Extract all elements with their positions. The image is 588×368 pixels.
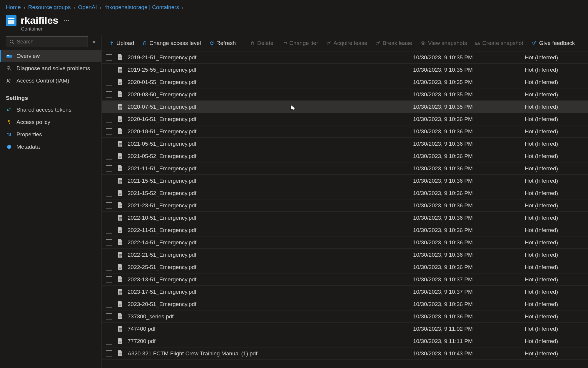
- row-checkbox[interactable]: [106, 165, 112, 172]
- refresh-button[interactable]: Refresh: [206, 38, 240, 48]
- row-checkbox[interactable]: [106, 202, 112, 209]
- file-name[interactable]: 2020-16-51_Emergency.pdf: [128, 116, 413, 122]
- file-icon: [118, 239, 123, 246]
- row-checkbox[interactable]: [106, 326, 112, 332]
- file-name[interactable]: 2021-15-51_Emergency.pdf: [128, 178, 413, 184]
- table-row[interactable]: 2022-25-51_Emergency.pdf10/30/2023, 9:10…: [102, 261, 588, 273]
- table-row[interactable]: 2019-21-51_Emergency.pdf10/30/2023, 9:10…: [102, 51, 588, 64]
- table-row[interactable]: A320 321 FCTM Flight Crew Training Manua…: [102, 347, 588, 360]
- svg-rect-102: [119, 330, 121, 331]
- file-tier: Hot (Inferred): [525, 239, 588, 246]
- table-row[interactable]: 2022-10-51_Emergency.pdf10/30/2023, 9:10…: [102, 212, 588, 224]
- file-name[interactable]: 747400.pdf: [128, 326, 413, 332]
- row-checkbox[interactable]: [106, 190, 112, 196]
- table-row[interactable]: 737300_series.pdf10/30/2023, 9:10:36 PMH…: [102, 310, 588, 323]
- table-row[interactable]: 2023-17-51_Emergency.pdf10/30/2023, 9:10…: [102, 286, 588, 298]
- table-row[interactable]: 2023-20-51_Emergency.pdf10/30/2023, 9:10…: [102, 298, 588, 310]
- row-checkbox[interactable]: [106, 116, 112, 122]
- row-checkbox[interactable]: [106, 67, 112, 73]
- sidebar-item-iam[interactable]: Access Control (IAM): [0, 75, 101, 87]
- give-feedback-button[interactable]: Give feedback: [528, 38, 578, 48]
- table-row[interactable]: 2021-11-51_Emergency.pdf10/30/2023, 9:10…: [102, 162, 588, 175]
- breadcrumb-item[interactable]: Resource groups: [28, 4, 71, 11]
- file-name[interactable]: 737300_series.pdf: [128, 313, 413, 320]
- row-checkbox[interactable]: [106, 141, 112, 147]
- sidebar-item-meta[interactable]: iMetadata: [0, 141, 101, 153]
- collapse-sidebar-button[interactable]: «: [93, 39, 96, 45]
- table-row[interactable]: 2022-14-51_Emergency.pdf10/30/2023, 9:10…: [102, 236, 588, 249]
- search-input-wrap[interactable]: [6, 36, 88, 47]
- file-name[interactable]: 2021-05-52_Emergency.pdf: [128, 153, 413, 159]
- sidebar-item-diagnose[interactable]: Diagnose and solve problems: [0, 62, 101, 75]
- row-checkbox[interactable]: [106, 153, 112, 159]
- change-access-button[interactable]: Change access level: [139, 38, 204, 48]
- file-name[interactable]: 2022-10-51_Emergency.pdf: [128, 215, 413, 221]
- file-name[interactable]: 2023-20-51_Emergency.pdf: [128, 301, 413, 307]
- table-row[interactable]: 2020-16-51_Emergency.pdf10/30/2023, 9:10…: [102, 113, 588, 125]
- row-checkbox[interactable]: [106, 227, 112, 233]
- row-checkbox[interactable]: [106, 301, 112, 307]
- file-name[interactable]: 2020-03-50_Emergency.pdf: [128, 91, 413, 98]
- table-row[interactable]: 2023-13-51_Emergency.pdf10/30/2023, 9:10…: [102, 273, 588, 286]
- row-checkbox[interactable]: [106, 128, 112, 135]
- breadcrumb-item[interactable]: rhkopenaistorage | Containers: [104, 4, 179, 11]
- upload-button[interactable]: Upload: [106, 38, 138, 48]
- file-name[interactable]: 2021-23-51_Emergency.pdf: [128, 202, 413, 209]
- file-tier: Hot (Inferred): [525, 141, 588, 147]
- file-name[interactable]: 2020-07-51_Emergency.pdf: [128, 104, 413, 110]
- file-name[interactable]: 2023-17-51_Emergency.pdf: [128, 289, 413, 295]
- file-name[interactable]: 2019-21-51_Emergency.pdf: [128, 54, 413, 61]
- file-name[interactable]: 2023-13-51_Emergency.pdf: [128, 276, 413, 283]
- table-row[interactable]: 2021-05-52_Emergency.pdf10/30/2023, 9:10…: [102, 150, 588, 162]
- table-row[interactable]: 2021-23-51_Emergency.pdf10/30/2023, 9:10…: [102, 199, 588, 212]
- sidebar-item-props[interactable]: Properties: [0, 128, 101, 141]
- table-row[interactable]: 747400.pdf10/30/2023, 9:11:02 PMHot (Inf…: [102, 323, 588, 335]
- table-row[interactable]: 2021-15-52_Emergency.pdf10/30/2023, 9:10…: [102, 187, 588, 199]
- breadcrumb-item[interactable]: OpenAI: [78, 4, 97, 11]
- file-name[interactable]: 2021-15-52_Emergency.pdf: [128, 190, 413, 196]
- file-name[interactable]: 2020-18-51_Emergency.pdf: [128, 128, 413, 135]
- row-checkbox[interactable]: [106, 264, 112, 270]
- table-row[interactable]: 2019-25-55_Emergency.pdf10/30/2023, 9:10…: [102, 64, 588, 76]
- file-name[interactable]: A320 321 FCTM Flight Crew Training Manua…: [128, 350, 413, 357]
- file-name[interactable]: 2021-11-51_Emergency.pdf: [128, 165, 413, 172]
- breadcrumb-item[interactable]: Home: [6, 4, 21, 11]
- row-checkbox[interactable]: [106, 91, 112, 98]
- row-checkbox[interactable]: [106, 252, 112, 258]
- sidebar-item-overview[interactable]: Overview: [0, 50, 101, 62]
- row-checkbox[interactable]: [106, 350, 112, 357]
- file-list[interactable]: 2019-21-51_Emergency.pdf10/30/2023, 9:10…: [102, 51, 588, 368]
- table-row[interactable]: 2020-01-55_Emergency.pdf10/30/2023, 9:10…: [102, 76, 588, 88]
- more-actions-button[interactable]: ⋯: [63, 17, 70, 24]
- file-name[interactable]: 2022-25-51_Emergency.pdf: [128, 264, 413, 270]
- row-checkbox[interactable]: [106, 313, 112, 320]
- table-row[interactable]: 2022-21-51_Emergency.pdf10/30/2023, 9:10…: [102, 249, 588, 261]
- table-row[interactable]: 2022-11-51_Emergency.pdf10/30/2023, 9:10…: [102, 224, 588, 236]
- row-checkbox[interactable]: [106, 276, 112, 283]
- table-row[interactable]: 2021-15-51_Emergency.pdf10/30/2023, 9:10…: [102, 175, 588, 187]
- row-checkbox[interactable]: [106, 239, 112, 246]
- row-checkbox[interactable]: [106, 178, 112, 184]
- file-name[interactable]: 777200.pdf: [128, 338, 413, 345]
- file-name[interactable]: 2022-21-51_Emergency.pdf: [128, 252, 413, 258]
- sidebar-item-key[interactable]: Access policy: [0, 116, 101, 128]
- row-checkbox[interactable]: [106, 215, 112, 221]
- search-input[interactable]: [17, 39, 85, 45]
- table-row[interactable]: 2020-18-51_Emergency.pdf10/30/2023, 9:10…: [102, 125, 588, 138]
- table-row[interactable]: 777200.pdf10/30/2023, 9:11:11 PMHot (Inf…: [102, 335, 588, 347]
- row-checkbox[interactable]: [106, 289, 112, 295]
- row-checkbox[interactable]: [106, 338, 112, 345]
- file-name[interactable]: 2021-05-51_Emergency.pdf: [128, 141, 413, 147]
- file-tier: Hot (Inferred): [525, 276, 588, 283]
- row-checkbox[interactable]: [106, 79, 112, 85]
- file-name[interactable]: 2022-14-51_Emergency.pdf: [128, 239, 413, 246]
- file-name[interactable]: 2020-01-55_Emergency.pdf: [128, 79, 413, 85]
- sidebar-item-sas[interactable]: Shared access tokens: [0, 104, 101, 116]
- table-row[interactable]: 2020-03-50_Emergency.pdf10/30/2023, 9:10…: [102, 88, 588, 101]
- table-row[interactable]: 2021-05-51_Emergency.pdf10/30/2023, 9:10…: [102, 138, 588, 150]
- file-name[interactable]: 2019-25-55_Emergency.pdf: [128, 67, 413, 73]
- table-row[interactable]: 2020-07-51_Emergency.pdf10/30/2023, 9:10…: [102, 101, 588, 113]
- row-checkbox[interactable]: [106, 54, 112, 61]
- row-checkbox[interactable]: [106, 104, 112, 110]
- file-name[interactable]: 2022-11-51_Emergency.pdf: [128, 227, 413, 233]
